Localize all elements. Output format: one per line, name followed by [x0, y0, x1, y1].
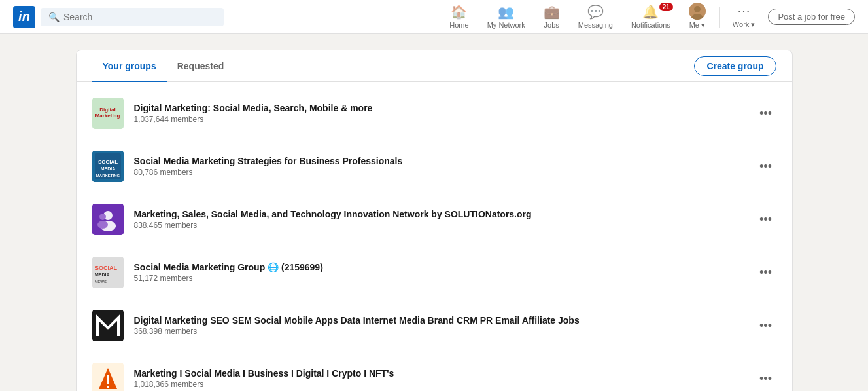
svg-text:MARKETING: MARKETING: [95, 174, 120, 177]
avatar-image: [689, 3, 706, 20]
groups-card: Your groups Requested Create group Digit…: [76, 50, 793, 391]
avatar: [689, 3, 706, 20]
group-name: Digital Marketing SEO SEM Social Mobile …: [134, 315, 755, 326]
nav-home-label: Home: [449, 21, 468, 29]
search-bar[interactable]: 🔍: [41, 8, 224, 26]
post-job-button[interactable]: Post a job for free: [768, 9, 855, 25]
navbar: in 🔍 🏠 Home 👥 My Network 💼 Jobs 💬 Messag…: [0, 0, 868, 34]
group-members: 1,037,644 members: [134, 115, 755, 124]
create-group-button[interactable]: Create group: [694, 56, 776, 76]
nav-divider: [719, 7, 720, 28]
group-item[interactable]: Digital Marketing SEO SEM Social Mobile …: [77, 299, 792, 352]
my-network-icon: 👥: [498, 4, 514, 20]
main-content: Your groups Requested Create group Digit…: [65, 50, 803, 391]
group-info: Digital Marketing SEO SEM Social Mobile …: [134, 315, 755, 336]
group-more-button[interactable]: •••: [755, 315, 776, 336]
group-item[interactable]: DigitalMarketing Digital Marketing: Soci…: [77, 87, 792, 140]
svg-text:SOCIAL: SOCIAL: [97, 159, 117, 165]
tab-your-groups[interactable]: Your groups: [92, 50, 167, 82]
svg-text:MEDIA: MEDIA: [100, 166, 115, 171]
linkedin-logo[interactable]: in: [13, 6, 35, 28]
group-name: Marketing, Sales, Social Media, and Tech…: [134, 209, 755, 219]
nav-jobs-label: Jobs: [544, 21, 559, 29]
group-name: Social Media Marketing Strategies for Bu…: [134, 156, 755, 166]
group-logo: SOCIALMEDIANEWS: [92, 257, 124, 288]
group-info: Social Media Marketing Strategies for Bu…: [134, 156, 755, 177]
tab-requested[interactable]: Requested: [167, 50, 235, 82]
svg-point-11: [97, 221, 108, 229]
nav-item-jobs[interactable]: 💼 Jobs: [536, 0, 568, 34]
svg-point-1: [694, 6, 701, 12]
notifications-icon: 🔔: [642, 4, 659, 20]
group-logo: SOCIALMEDIAMARKETING: [92, 151, 124, 182]
group-members: 1,018,366 members: [134, 380, 755, 389]
svg-rect-18: [107, 386, 109, 388]
logo-text: in: [18, 9, 30, 24]
group-info: Social Media Marketing Group 🌐 (2159699)…: [134, 262, 755, 283]
nav-item-me[interactable]: Me ▾: [681, 0, 714, 34]
group-logo: [92, 204, 124, 235]
search-icon: 🔍: [48, 12, 60, 22]
nav-network-label: My Network: [487, 21, 525, 29]
nav-items: 🏠 Home 👥 My Network 💼 Jobs 💬 Messaging 🔔…: [442, 0, 855, 34]
nav-item-home[interactable]: 🏠 Home: [442, 0, 476, 34]
search-input[interactable]: [63, 12, 216, 22]
group-more-button[interactable]: •••: [755, 262, 776, 283]
nav-me-label: Me ▾: [689, 21, 705, 29]
nav-item-messaging[interactable]: 💬 Messaging: [570, 0, 621, 34]
group-more-button[interactable]: •••: [755, 209, 776, 230]
tabs-left: Your groups Requested: [92, 50, 235, 81]
nav-item-notifications[interactable]: 🔔 21 Notifications: [623, 0, 678, 34]
group-item[interactable]: Marketing I Social Media I Business I Di…: [77, 352, 792, 391]
nav-item-my-network[interactable]: 👥 My Network: [479, 0, 533, 34]
group-more-button[interactable]: •••: [755, 156, 776, 177]
group-members: 838,465 members: [134, 221, 755, 230]
svg-text:NEWS: NEWS: [95, 280, 107, 284]
messaging-icon: 💬: [587, 4, 604, 20]
group-logo: [92, 363, 124, 391]
group-item[interactable]: SOCIALMEDIAMARKETING Social Media Market…: [77, 140, 792, 193]
svg-rect-17: [107, 375, 109, 384]
group-members: 368,398 members: [134, 327, 755, 336]
svg-point-10: [99, 214, 106, 220]
nav-notifications-label: Notifications: [631, 21, 670, 29]
group-more-button[interactable]: •••: [755, 103, 776, 124]
svg-text:MEDIA: MEDIA: [95, 272, 110, 277]
nav-item-work[interactable]: ⋯ Work ▾: [725, 0, 763, 34]
nav-work-label: Work ▾: [733, 20, 755, 29]
home-icon: 🏠: [451, 4, 467, 20]
group-logo: [92, 310, 124, 341]
group-name: Social Media Marketing Group 🌐 (2159699): [134, 262, 755, 272]
nav-messaging-label: Messaging: [578, 21, 613, 29]
group-item[interactable]: Marketing, Sales, Social Media, and Tech…: [77, 193, 792, 246]
group-name: Digital Marketing: Social Media, Search,…: [134, 103, 755, 113]
group-info: Marketing, Sales, Social Media, and Tech…: [134, 209, 755, 230]
group-item[interactable]: SOCIALMEDIANEWS Social Media Marketing G…: [77, 246, 792, 299]
work-icon: ⋯: [737, 3, 750, 19]
group-list: DigitalMarketing Digital Marketing: Soci…: [77, 82, 792, 391]
jobs-icon: 💼: [544, 4, 560, 20]
group-members: 51,172 members: [134, 274, 755, 283]
notifications-badge: 21: [659, 3, 673, 11]
svg-text:SOCIAL: SOCIAL: [95, 265, 118, 271]
group-info: Marketing I Social Media I Business I Di…: [134, 368, 755, 389]
group-name: Marketing I Social Media I Business I Di…: [134, 368, 755, 379]
tabs-header: Your groups Requested Create group: [77, 50, 792, 82]
group-members: 80,786 members: [134, 168, 755, 177]
group-more-button[interactable]: •••: [755, 368, 776, 389]
group-logo: DigitalMarketing: [92, 98, 124, 129]
group-info: Digital Marketing: Social Media, Search,…: [134, 103, 755, 124]
